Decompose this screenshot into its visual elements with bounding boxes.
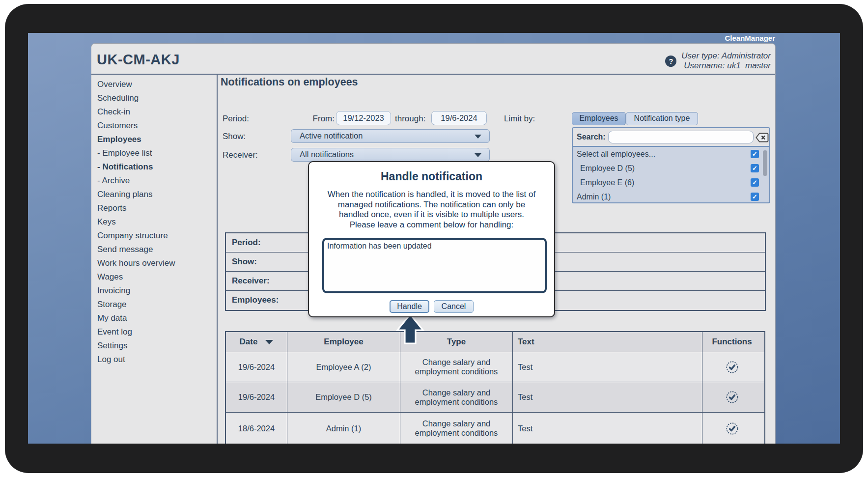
receiver-dropdown[interactable]: All notifications <box>291 148 490 162</box>
sidebar-item-send-message[interactable]: Send message <box>91 243 217 256</box>
page-title: UK-CM-AKJ <box>97 52 180 68</box>
limit-by-label: Limit by: <box>504 114 535 124</box>
sort-desc-icon <box>265 340 273 344</box>
handle-notification-dialog: Handle notification When the notificatio… <box>308 161 555 317</box>
comment-textarea[interactable]: Information has been updated <box>322 238 547 293</box>
sidebar-item-settings[interactable]: Settings <box>91 339 217 353</box>
sidebar-item-work-hours-overview[interactable]: Work hours overview <box>91 256 217 270</box>
table-row: 19/6-2024 Employee A (2) Change salary a… <box>226 352 764 382</box>
search-label: Search: <box>577 133 606 141</box>
username: Username: uk1_master <box>681 61 771 71</box>
checkbox-checked-icon[interactable]: ✓ <box>751 193 759 201</box>
header-date[interactable]: Date <box>226 332 287 352</box>
sidebar-item-overview[interactable]: Overview <box>91 78 217 91</box>
sidebar-item-employee-list[interactable]: - Employee list <box>91 146 217 160</box>
receiver-dropdown-value: All notifications <box>300 150 354 159</box>
scrollbar-thumb[interactable] <box>763 150 767 176</box>
sidebar-item-company-structure[interactable]: Company structure <box>91 229 217 243</box>
date-through-input[interactable]: 19/6-2024 <box>431 111 487 125</box>
option-admin[interactable]: Admin (1) ✓ <box>573 190 769 203</box>
receiver-label: Receiver: <box>223 150 258 160</box>
header-employee: Employee <box>287 332 400 352</box>
brand-logo: CleanManager <box>725 34 775 42</box>
show-label: Show: <box>223 132 246 141</box>
dialog-body-text2: Please leave a comment below for handlin… <box>309 220 554 230</box>
handle-button[interactable]: Handle <box>390 300 429 313</box>
dialog-body-text: When the notification is handled, it is … <box>322 190 541 220</box>
sidebar-divider <box>217 75 218 444</box>
sidebar-item-archive[interactable]: - Archive <box>91 174 217 188</box>
notifications-table: Date Employee Type Text Functions 19/6-2… <box>225 331 765 444</box>
user-lines: User type: Administrator Username: uk1_m… <box>681 51 771 71</box>
header-text: Text <box>513 332 702 352</box>
checkbox-checked-icon[interactable]: ✓ <box>751 178 759 187</box>
handled-checkmark-icon[interactable] <box>726 422 739 435</box>
option-select-all-employees[interactable]: Select all employees... ✓ <box>573 147 769 161</box>
handled-checkmark-icon[interactable] <box>726 391 739 404</box>
sidebar-item-my-data[interactable]: My data <box>91 311 217 325</box>
help-icon[interactable]: ? <box>665 56 676 67</box>
sidebar-item-employees[interactable]: Employees <box>91 133 217 146</box>
dialog-buttons: Handle Cancel <box>309 300 554 313</box>
option-employee-d[interactable]: Employee D (5) ✓ <box>573 161 769 175</box>
through-label: through: <box>395 114 425 124</box>
table-row: 19/6-2024 Employee D (5) Change salary a… <box>226 382 764 413</box>
from-label: From: <box>303 114 335 124</box>
sidebar-item-scheduling[interactable]: Scheduling <box>91 91 217 105</box>
sidebar-item-storage[interactable]: Storage <box>91 298 217 311</box>
period-label: Period: <box>223 114 249 124</box>
sidebar-item-event-log[interactable]: Event log <box>91 325 217 339</box>
dialog-title: Handle notification <box>309 170 554 183</box>
option-employee-e[interactable]: Employee E (6) ✓ <box>573 175 769 190</box>
show-dropdown[interactable]: Active notification <box>291 129 490 143</box>
chevron-down-icon <box>475 135 481 139</box>
checkbox-checked-icon[interactable]: ✓ <box>751 164 759 172</box>
sidebar-item-notifications[interactable]: - Notifications <box>91 160 217 174</box>
sidebar-item-invoicing[interactable]: Invoicing <box>91 284 217 298</box>
sidebar-item-check-in[interactable]: Check-in <box>91 105 217 119</box>
user-info: ? User type: Administrator Username: uk1… <box>665 51 771 71</box>
tab-employees[interactable]: Employees <box>572 112 626 125</box>
cancel-button[interactable]: Cancel <box>434 300 474 313</box>
sidebar-item-log-out[interactable]: Log out <box>91 353 217 366</box>
table-row: 18/6-2024 Admin (1) Change salary and em… <box>226 413 764 444</box>
sidebar: Overview Scheduling Check-in Customers E… <box>91 75 217 444</box>
sidebar-item-customers[interactable]: Customers <box>91 119 217 133</box>
date-from-input[interactable]: 19/12-2023 <box>336 111 391 125</box>
sidebar-item-cleaning-plans[interactable]: Cleaning plans <box>91 188 217 201</box>
employee-filter-panel: Search: Select all employees... ✓ Employ… <box>572 127 770 203</box>
sidebar-item-wages[interactable]: Wages <box>91 270 217 284</box>
table-header-row: Date Employee Type Text Functions <box>226 332 764 352</box>
handled-checkmark-icon[interactable] <box>726 361 739 374</box>
tab-notification-type[interactable]: Notification type <box>626 112 698 125</box>
sidebar-item-keys[interactable]: Keys <box>91 215 217 229</box>
clear-search-icon[interactable] <box>756 133 769 142</box>
user-type: User type: Administrator <box>681 51 771 61</box>
checkbox-checked-icon[interactable]: ✓ <box>751 150 759 158</box>
search-row: Search: <box>573 128 769 147</box>
show-dropdown-value: Active notification <box>300 131 363 140</box>
header-functions: Functions <box>702 332 761 352</box>
search-input[interactable] <box>608 131 754 143</box>
section-heading: Notifications on employees <box>221 76 358 88</box>
chevron-down-icon <box>475 153 481 157</box>
sidebar-item-reports[interactable]: Reports <box>91 201 217 215</box>
